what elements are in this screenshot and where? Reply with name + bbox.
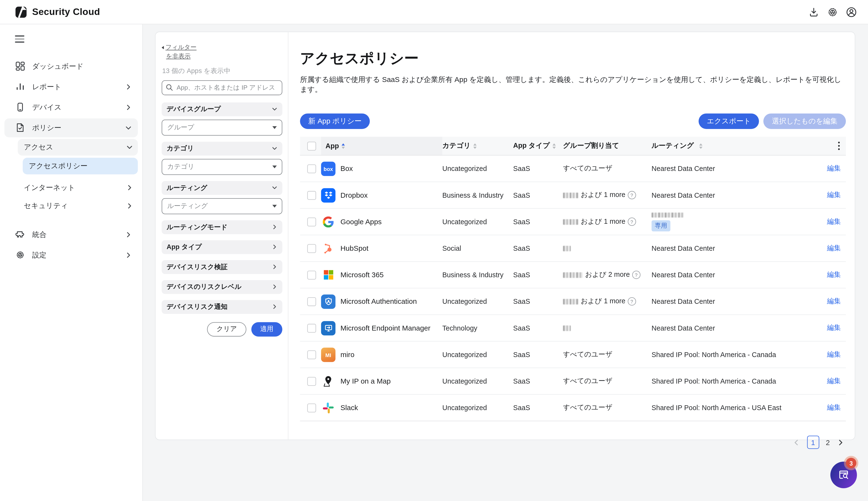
column-header-app[interactable]: App: [321, 137, 442, 155]
chevron-right-icon: [271, 264, 278, 270]
kebab-menu-icon[interactable]: [837, 141, 841, 151]
next-page-chevron-icon[interactable]: [836, 438, 845, 446]
column-header-category[interactable]: カテゴリ: [442, 141, 513, 150]
filter-section-device-risk-level[interactable]: デバイスのリスクレベル: [162, 280, 282, 294]
group-assignment: および 1 more: [581, 191, 625, 200]
edit-link[interactable]: 編集: [827, 297, 841, 306]
group-assignment: すべてのユーザ: [563, 350, 612, 359]
category-dropdown[interactable]: カテゴリ: [162, 159, 282, 175]
sidebar-item-access-policy[interactable]: アクセスポリシー: [23, 158, 138, 174]
edit-link[interactable]: 編集: [827, 350, 841, 359]
clear-button[interactable]: クリア: [207, 322, 246, 337]
edit-link[interactable]: 編集: [827, 191, 841, 200]
row-checkbox[interactable]: [307, 403, 316, 412]
select-all-checkbox[interactable]: [307, 141, 316, 150]
app-category: Uncategorized: [442, 351, 513, 358]
chevron-right-icon: [271, 244, 278, 250]
column-header-type[interactable]: App タイプ: [513, 141, 563, 150]
hide-filters-link[interactable]: フィルター を非表示: [162, 43, 282, 61]
row-checkbox[interactable]: [307, 191, 316, 200]
row-checkbox[interactable]: [307, 297, 316, 306]
filter-section-device-group[interactable]: デバイスグループ: [162, 102, 282, 116]
download-icon[interactable]: [808, 6, 819, 18]
edit-link[interactable]: 編集: [827, 323, 841, 333]
sort-icon: [699, 143, 703, 149]
page-1-button[interactable]: 1: [807, 436, 819, 449]
app-type: SaaS: [513, 324, 563, 332]
edit-link[interactable]: 編集: [827, 164, 841, 173]
chevron-down-icon: [271, 106, 278, 113]
sidebar-item-dashboard[interactable]: ダッシュボード: [4, 57, 138, 75]
routing-value: Shared IP Pool: North America - Canada: [652, 351, 810, 358]
edit-link[interactable]: 編集: [827, 376, 841, 386]
row-checkbox[interactable]: [307, 164, 316, 173]
filter-section-category[interactable]: カテゴリ: [162, 141, 282, 155]
routing-value: Shared IP Pool: North America - USA East: [652, 404, 810, 412]
app-name: Dropbox: [341, 191, 368, 199]
filter-section-routing[interactable]: ルーティング: [162, 181, 282, 194]
row-checkbox[interactable]: [307, 323, 316, 332]
row-checkbox[interactable]: [307, 270, 316, 279]
filter-section-device-risk-verify[interactable]: デバイスリスク検証: [162, 260, 282, 274]
row-checkbox[interactable]: [307, 244, 316, 253]
collapse-triangle-icon: [162, 46, 164, 50]
chevron-right-icon: [125, 251, 132, 259]
help-icon[interactable]: [632, 271, 640, 279]
menu-icon[interactable]: [15, 36, 24, 42]
map-pin-logo-icon: [321, 374, 336, 388]
support-search-fab[interactable]: 3: [831, 462, 857, 488]
app-name: Slack: [341, 404, 358, 412]
routing-dropdown[interactable]: ルーティング: [162, 198, 282, 214]
edit-link[interactable]: 編集: [827, 244, 841, 253]
app-title: Security Cloud: [32, 6, 100, 17]
row-checkbox[interactable]: [307, 217, 316, 226]
row-checkbox[interactable]: [307, 350, 316, 359]
table-row: My IP on a Map Uncategorized SaaS すべてのユー…: [300, 368, 846, 395]
edit-selected-button[interactable]: 選択したものを編集: [764, 114, 846, 129]
content-card: フィルター を非表示 13 個の Apps を表示中 デバイスグループ: [155, 32, 855, 440]
filter-section-app-type[interactable]: App タイプ: [162, 240, 282, 254]
sidebar-item-policy[interactable]: ポリシー: [4, 118, 138, 137]
window-search-icon: [837, 468, 850, 481]
redacted-group-name: [563, 245, 571, 251]
sidebar-item-reports[interactable]: レポート: [4, 77, 138, 96]
sidebar-item-integrations[interactable]: 統合: [4, 225, 138, 244]
filter-section-device-risk-notify[interactable]: デバイスリスク通知: [162, 300, 282, 314]
gear-icon[interactable]: [826, 6, 838, 18]
gear-icon: [15, 250, 25, 260]
device-icon: [15, 103, 25, 112]
column-header-routing[interactable]: ルーティング: [652, 141, 810, 150]
notification-badge: 3: [846, 458, 856, 468]
help-icon[interactable]: [628, 217, 636, 226]
help-icon[interactable]: [628, 297, 636, 306]
search-input[interactable]: [162, 80, 282, 95]
app-type: SaaS: [513, 165, 563, 172]
app-category: Uncategorized: [442, 298, 513, 305]
app-category: Technology: [442, 324, 513, 332]
apply-button[interactable]: 適用: [251, 322, 282, 337]
chevron-down-icon: [126, 143, 133, 151]
prev-page-chevron-icon[interactable]: [792, 438, 800, 446]
edit-link[interactable]: 編集: [827, 217, 841, 226]
page-2-button[interactable]: 2: [826, 438, 830, 446]
app-root: Security Cloud: [0, 0, 868, 501]
sidebar-item-settings[interactable]: 設定: [4, 245, 138, 264]
help-icon[interactable]: [628, 191, 636, 199]
row-checkbox[interactable]: [307, 376, 316, 385]
chevron-right-icon: [125, 103, 132, 111]
sidebar-item-devices[interactable]: デバイス: [4, 98, 138, 116]
chevron-right-icon: [126, 202, 133, 210]
sidebar-item-label: 設定: [32, 250, 46, 260]
new-app-policy-button[interactable]: 新 App ポリシー: [300, 114, 370, 129]
edit-link[interactable]: 編集: [827, 403, 841, 412]
account-icon[interactable]: [845, 6, 857, 18]
sidebar-item-access[interactable]: アクセス: [18, 139, 138, 155]
filter-section-routing-mode[interactable]: ルーティングモード: [162, 220, 282, 234]
sort-icon: [553, 143, 556, 149]
group-dropdown[interactable]: グループ: [162, 120, 282, 136]
svg-text:box: box: [324, 166, 333, 172]
edit-link[interactable]: 編集: [827, 270, 841, 279]
export-button[interactable]: エクスポート: [698, 114, 759, 129]
sidebar-item-security[interactable]: セキュリティ: [18, 198, 138, 214]
sidebar-item-internet[interactable]: インターネット: [18, 179, 138, 196]
